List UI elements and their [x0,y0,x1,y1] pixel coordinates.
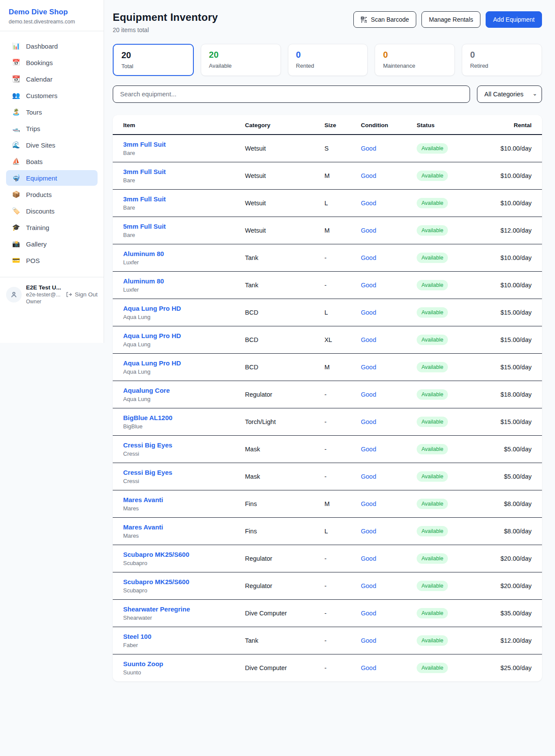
item-name-link[interactable]: Cressi Big Eyes [123,441,238,449]
item-cell: BigBlue AL1200 BigBlue [113,408,242,436]
condition-link[interactable]: Good [361,637,376,644]
item-name-link[interactable]: Mares Avanti [123,496,238,503]
condition-link[interactable]: Good [361,473,376,480]
item-name-link[interactable]: Aluminum 80 [123,277,238,285]
size-cell: - [321,545,357,572]
item-name-link[interactable]: Scubapro MK25/S600 [123,578,238,585]
condition-cell: Good [357,162,413,190]
sidebar-item-dashboard[interactable]: 📊 Dashboard [6,38,98,54]
item-name-link[interactable]: BigBlue AL1200 [123,414,238,421]
scan-barcode-button[interactable]: Scan Barcode [353,11,416,28]
item-cell: Aqua Lung Pro HD Aqua Lung [113,326,242,354]
item-name-link[interactable]: Cressi Big Eyes [123,469,238,476]
condition-link[interactable]: Good [361,418,376,425]
sidebar-item-trips[interactable]: 🛥️ Trips [6,121,98,136]
island-icon: 🏝️ [12,108,20,116]
status-cell: Available [413,572,488,600]
category-cell: Dive Computer [242,600,321,627]
item-name-link[interactable]: Aqua Lung Pro HD [123,305,238,312]
stat-card-maintenance[interactable]: 0 Maintenance [375,44,455,76]
condition-link[interactable]: Good [361,336,376,343]
item-name-link[interactable]: Steel 100 [123,633,238,640]
condition-link[interactable]: Good [361,391,376,398]
stat-card-retired[interactable]: 0 Retired [462,44,542,76]
size-cell: M [321,162,357,190]
item-name-link[interactable]: Suunto Zoop [123,660,238,667]
item-name-link[interactable]: Shearwater Peregrine [123,605,238,613]
condition-cell: Good [357,627,413,654]
item-name-link[interactable]: 5mm Full Suit [123,223,238,230]
stat-value: 20 [121,50,185,60]
stat-card-available[interactable]: 20 Available [201,44,281,76]
condition-link[interactable]: Good [361,500,376,507]
condition-link[interactable]: Good [361,227,376,234]
item-name-link[interactable]: 3mm Full Suit [123,168,238,175]
condition-link[interactable]: Good [361,446,376,453]
sidebar-item-tours[interactable]: 🏝️ Tours [6,104,98,120]
item-name-link[interactable]: Mares Avanti [123,523,238,531]
manage-rentals-button[interactable]: Manage Rentals [421,11,480,28]
item-brand: Aqua Lung [123,396,238,402]
table-header-row: Item Category Size Condition Status Rent… [113,115,542,135]
condition-link[interactable]: Good [361,528,376,535]
search-input[interactable] [113,85,470,103]
condition-link[interactable]: Good [361,582,376,589]
category-cell: Regulator [242,545,321,572]
item-brand: Mares [123,532,238,539]
size-cell: - [321,436,357,463]
table-row: Suunto Zoop Suunto Dive Computer - Good … [113,654,542,682]
item-name-link[interactable]: 3mm Full Suit [123,195,238,203]
sidebar-item-gallery[interactable]: 📸 Gallery [6,236,98,252]
sidebar-item-discounts[interactable]: 🏷️ Discounts [6,203,98,219]
sidebar-item-calendar[interactable]: 📆 Calendar [6,71,98,87]
item-brand: Luxfer [123,259,238,266]
sidebar-item-equipment[interactable]: 🤿 Equipment [6,170,98,186]
condition-link[interactable]: Good [361,200,376,207]
column-header-condition: Condition [357,115,413,135]
sidebar-item-customers[interactable]: 👥 Customers [6,88,98,103]
condition-link[interactable]: Good [361,364,376,371]
stat-card-rented[interactable]: 0 Rented [288,44,368,76]
condition-link[interactable]: Good [361,254,376,261]
sidebar-item-label: Products [26,191,52,198]
category-select[interactable]: All Categories [477,85,542,103]
status-cell: Available [413,381,488,408]
filter-row: All Categories ⌄ [113,85,542,103]
item-brand: Aqua Lung [123,368,238,375]
item-name-link[interactable]: Scubapro MK25/S600 [123,551,238,558]
item-name-link[interactable]: Aqua Lung Pro HD [123,359,238,367]
condition-cell: Good [357,463,413,490]
table-row: 3mm Full Suit Bare Wetsuit S Good Availa… [113,135,542,162]
sign-out-button[interactable]: Sign Out [65,291,98,298]
sidebar-item-pos[interactable]: 💳 POS [6,253,98,268]
condition-link[interactable]: Good [361,664,376,671]
item-name-link[interactable]: Aqua Lung Pro HD [123,332,238,339]
item-name-link[interactable]: 3mm Full Suit [123,141,238,148]
item-name-link[interactable]: Aqualung Core [123,387,238,394]
status-badge: Available [417,635,448,646]
condition-link[interactable]: Good [361,309,376,316]
stat-card-total[interactable]: 20 Total [113,44,194,76]
barcode-icon [361,16,367,23]
add-equipment-button[interactable]: Add Equipment [486,11,542,28]
sidebar-item-products[interactable]: 📦 Products [6,187,98,202]
condition-cell: Good [357,354,413,381]
rental-cell: $15.00/day [488,299,542,326]
sidebar-item-bookings[interactable]: 📅 Bookings [6,55,98,70]
condition-link[interactable]: Good [361,145,376,152]
condition-link[interactable]: Good [361,172,376,179]
sidebar-item-training[interactable]: 🎓 Training [6,220,98,235]
condition-link[interactable]: Good [361,282,376,289]
sidebar-item-label: Training [26,224,49,231]
size-cell: - [321,600,357,627]
sidebar-item-boats[interactable]: ⛵ Boats [6,154,98,169]
condition-link[interactable]: Good [361,555,376,562]
item-name-link[interactable]: Aluminum 80 [123,250,238,257]
credit-card-icon: 💳 [12,256,20,264]
package-icon: 📦 [12,191,20,198]
sidebar-item-dive-sites[interactable]: 🌊 Dive Sites [6,137,98,153]
table-row: Scubapro MK25/S600 Scubapro Regulator - … [113,545,542,572]
condition-link[interactable]: Good [361,610,376,617]
rental-cell: $25.00/day [488,654,542,682]
graduation-cap-icon: 🎓 [12,224,20,231]
